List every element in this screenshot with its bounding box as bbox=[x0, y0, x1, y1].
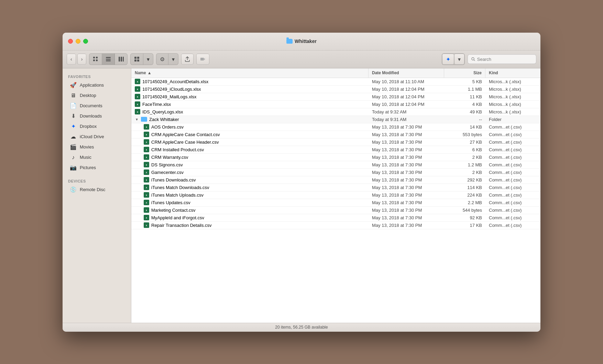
table-row[interactable]: x CRM Warranty.csv May 13, 2018 at 7:30 … bbox=[131, 154, 540, 161]
sidebar-item-icloud[interactable]: ☁ iCloud Drive bbox=[65, 132, 129, 142]
cell-size: 2 KB bbox=[444, 155, 485, 160]
svg-rect-12 bbox=[134, 59, 136, 62]
table-row[interactable]: x IDS_QueryLogs.xlsx Today at 9:32 AM 49… bbox=[131, 108, 540, 116]
group-view-button[interactable] bbox=[131, 54, 143, 65]
cell-date: May 13, 2018 at 7:30 PM bbox=[369, 147, 444, 152]
dropbox-button[interactable]: ✦ bbox=[442, 54, 454, 65]
music-icon: ♪ bbox=[70, 154, 76, 161]
table-row[interactable]: x Repair Transaction Details.csv May 13,… bbox=[131, 222, 540, 229]
table-row[interactable]: x iTunes Match Downloads.csv May 13, 201… bbox=[131, 184, 540, 191]
cell-date: May 13, 2018 at 7:30 PM bbox=[369, 124, 444, 130]
close-button[interactable] bbox=[68, 39, 73, 44]
xlsx-icon: x bbox=[135, 94, 140, 99]
cell-kind: Comm...et (.csv) bbox=[485, 200, 540, 205]
csv-icon: x bbox=[144, 215, 149, 220]
table-row[interactable]: x FaceTime.xlsx May 10, 2018 at 12:04 PM… bbox=[131, 101, 540, 108]
csv-icon: x bbox=[144, 162, 149, 167]
cell-kind: Micros...k (.xlsx) bbox=[485, 79, 540, 84]
sidebar-item-movies[interactable]: 🎬 Movies bbox=[65, 142, 129, 152]
col-header-name[interactable]: Name ▲ bbox=[131, 68, 369, 78]
table-row[interactable]: x CRM Installed Product.csv May 13, 2018… bbox=[131, 146, 540, 154]
view-mode-buttons bbox=[89, 53, 128, 65]
sidebar-item-pictures[interactable]: 📷 Pictures bbox=[65, 163, 129, 173]
maximize-button[interactable] bbox=[83, 39, 88, 44]
table-row[interactable]: x CRM AppleCare Case Header.csv May 13, … bbox=[131, 139, 540, 146]
table-row[interactable]: x iTunes Updates.csv May 13, 2018 at 7:3… bbox=[131, 199, 540, 207]
table-row[interactable]: x 1071450249_iCloudLogs.xlsx May 10, 201… bbox=[131, 86, 540, 93]
forward-button[interactable]: › bbox=[77, 54, 87, 65]
icon-view-button[interactable] bbox=[89, 54, 102, 65]
sidebar-label-dropbox: Dropbox bbox=[80, 124, 97, 129]
csv-icon: x bbox=[144, 200, 149, 205]
tag-button[interactable] bbox=[196, 54, 209, 65]
table-row[interactable]: x 1071450249_MailLogs.xlsx May 10, 2018 … bbox=[131, 93, 540, 101]
cell-kind: Comm...et (.csv) bbox=[485, 223, 540, 228]
status-bar: 20 items, 56.25 GB available bbox=[63, 323, 540, 332]
cell-date: May 13, 2018 at 7:30 PM bbox=[369, 223, 444, 228]
action-dropdown-button[interactable]: ▾ bbox=[168, 54, 178, 65]
sidebar-item-dropbox[interactable]: ✦ Dropbox bbox=[65, 122, 129, 131]
dropbox-dropdown-button[interactable]: ▾ bbox=[454, 54, 464, 65]
file-rows: x 1071450249_AccountDetails.xlsx May 10,… bbox=[131, 78, 540, 323]
table-row[interactable]: x CRM AppleCare Case Contact.csv May 13,… bbox=[131, 131, 540, 139]
table-row[interactable]: x AOS Orders.csv May 13, 2018 at 7:30 PM… bbox=[131, 123, 540, 131]
cell-date: May 13, 2018 at 7:30 PM bbox=[369, 185, 444, 190]
cell-name: x iTunes Updates.csv bbox=[131, 200, 369, 205]
sidebar-label-applications: Applications bbox=[80, 82, 104, 88]
file-name: iTunes Match Uploads.csv bbox=[151, 192, 204, 198]
csv-icon: x bbox=[144, 154, 149, 160]
xlsx-icon: x bbox=[135, 101, 140, 107]
col-header-kind[interactable]: Kind bbox=[485, 68, 540, 78]
documents-icon: 📄 bbox=[70, 103, 76, 109]
cell-size: 27 KB bbox=[444, 140, 485, 145]
sidebar-item-downloads[interactable]: ⬇ Downloads bbox=[65, 111, 129, 121]
share-button[interactable] bbox=[181, 54, 194, 65]
content-area: Favorites 🚀 Applications 🖥 Desktop 📄 Doc… bbox=[63, 68, 540, 323]
minimize-button[interactable] bbox=[76, 39, 80, 44]
col-header-size[interactable]: Size bbox=[444, 68, 485, 78]
search-box[interactable] bbox=[468, 54, 536, 64]
back-button[interactable]: ‹ bbox=[67, 54, 76, 65]
group-dropdown-button[interactable]: ▾ bbox=[143, 54, 153, 65]
svg-rect-11 bbox=[137, 57, 139, 59]
table-row[interactable]: x 1071450249_AccountDetails.xlsx May 10,… bbox=[131, 78, 540, 86]
search-input[interactable] bbox=[477, 57, 533, 62]
cell-kind: Comm...et (.csv) bbox=[485, 192, 540, 198]
table-row[interactable]: x MyAppleId and iForgot.csv May 13, 2018… bbox=[131, 214, 540, 222]
action-button[interactable]: ⚙ bbox=[156, 54, 168, 65]
svg-rect-2 bbox=[93, 59, 95, 61]
cell-size: 224 KB bbox=[444, 192, 485, 198]
table-row[interactable]: x Marketing Contact.csv May 13, 2018 at … bbox=[131, 207, 540, 214]
sidebar-item-applications[interactable]: 🚀 Applications bbox=[65, 80, 129, 90]
table-row[interactable]: x iTunes Downloads.csv May 13, 2018 at 7… bbox=[131, 176, 540, 184]
toolbar: ‹ › ▾ ⚙ ▾ bbox=[63, 51, 540, 68]
file-list: Name ▲ Date Modified Size Kind x 1071450… bbox=[131, 68, 540, 323]
cell-size: 11 KB bbox=[444, 94, 485, 99]
downloads-icon: ⬇ bbox=[70, 113, 76, 119]
sidebar-item-remote-disc[interactable]: 💿 Remote Disc bbox=[65, 185, 129, 195]
sidebar-item-music[interactable]: ♪ Music bbox=[65, 153, 129, 162]
svg-rect-13 bbox=[137, 59, 139, 62]
list-view-button[interactable] bbox=[102, 54, 115, 65]
sidebar-item-documents[interactable]: 📄 Documents bbox=[65, 101, 129, 111]
csv-icon: x bbox=[144, 169, 149, 175]
file-name: iTunes Downloads.csv bbox=[151, 177, 196, 183]
cell-name: x iTunes Downloads.csv bbox=[131, 177, 369, 183]
cell-kind: Comm...et (.csv) bbox=[485, 147, 540, 152]
sidebar-item-desktop[interactable]: 🖥 Desktop bbox=[65, 91, 129, 100]
file-name: Gamecenter.csv bbox=[151, 170, 184, 175]
col-header-date[interactable]: Date Modified bbox=[369, 68, 444, 78]
table-row[interactable]: x iTunes Match Uploads.csv May 13, 2018 … bbox=[131, 191, 540, 199]
disclosure-triangle[interactable]: ▼ bbox=[135, 118, 139, 121]
svg-rect-14 bbox=[200, 58, 204, 60]
cell-name: x 1071450249_iCloudLogs.xlsx bbox=[131, 86, 369, 92]
table-row[interactable]: x DS Signons.csv May 13, 2018 at 7:30 PM… bbox=[131, 161, 540, 169]
cell-date: Today at 9:32 AM bbox=[369, 109, 444, 114]
title-folder-icon bbox=[286, 39, 293, 44]
column-view-button[interactable] bbox=[115, 54, 127, 65]
cell-date: May 13, 2018 at 7:30 PM bbox=[369, 155, 444, 160]
table-row[interactable]: ▼ Zack Whittaker Today at 9:31 AM -- Fol… bbox=[131, 116, 540, 123]
table-row[interactable]: x Gamecenter.csv May 13, 2018 at 7:30 PM… bbox=[131, 169, 540, 176]
cell-date: May 13, 2018 at 7:30 PM bbox=[369, 177, 444, 183]
svg-rect-10 bbox=[134, 57, 136, 59]
